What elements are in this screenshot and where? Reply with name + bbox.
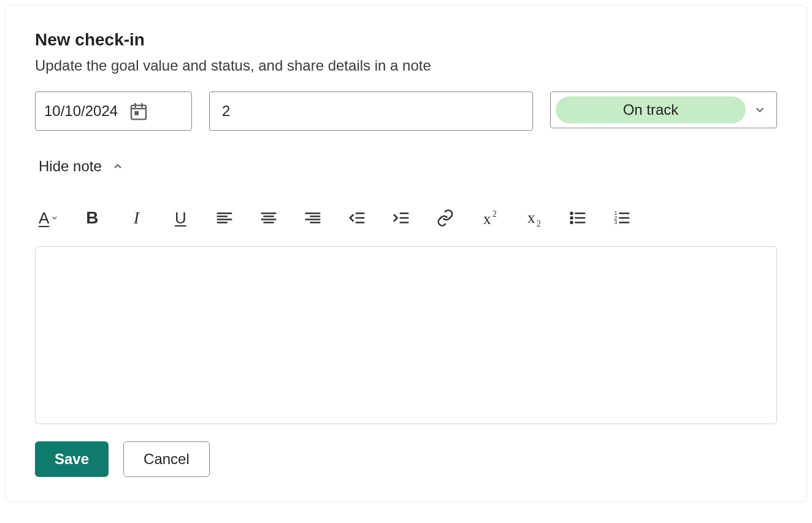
align-center-icon xyxy=(259,209,278,227)
svg-point-26 xyxy=(571,222,573,223)
chevron-down-icon xyxy=(753,103,767,117)
bullet-list-button[interactable] xyxy=(567,207,589,229)
link-icon xyxy=(436,209,454,227)
chevron-down-icon xyxy=(50,214,59,222)
underline-icon: U xyxy=(175,209,186,228)
note-textarea[interactable] xyxy=(35,246,777,424)
align-left-icon xyxy=(215,209,234,227)
svg-point-24 xyxy=(571,212,573,214)
outdent-button[interactable] xyxy=(346,207,368,229)
cancel-button[interactable]: Cancel xyxy=(123,441,210,477)
editor-toolbar: A B I U xyxy=(35,207,777,229)
date-value: 10/10/2024 xyxy=(44,103,118,120)
svg-text:3: 3 xyxy=(615,219,618,225)
link-button[interactable] xyxy=(434,207,456,229)
numbered-list-button[interactable]: 1 2 3 xyxy=(611,207,633,229)
numbered-list-icon: 1 2 3 xyxy=(613,209,631,227)
font-color-icon: A xyxy=(39,209,49,228)
action-buttons: Save Cancel xyxy=(35,441,777,477)
svg-point-25 xyxy=(571,217,573,219)
svg-text:x: x xyxy=(483,211,491,227)
align-left-button[interactable] xyxy=(213,207,236,229)
outdent-icon xyxy=(348,209,366,227)
checkin-card: New check-in Update the goal value and s… xyxy=(5,5,807,502)
card-title: New check-in xyxy=(35,30,777,50)
chevron-up-icon xyxy=(112,160,124,172)
save-button[interactable]: Save xyxy=(35,441,109,477)
date-input[interactable]: 10/10/2024 xyxy=(35,91,192,131)
calendar-icon[interactable] xyxy=(129,101,183,121)
subscript-icon: x 2 xyxy=(524,209,543,227)
bold-button[interactable]: B xyxy=(81,207,103,229)
indent-icon xyxy=(392,209,410,227)
italic-button[interactable]: I xyxy=(125,207,147,229)
status-dropdown[interactable]: On track xyxy=(550,91,777,128)
superscript-button[interactable]: x 2 xyxy=(478,207,500,229)
svg-text:x: x xyxy=(527,209,535,226)
card-subtitle: Update the goal value and status, and sh… xyxy=(35,57,777,74)
indent-button[interactable] xyxy=(390,207,412,229)
value-input[interactable] xyxy=(209,91,533,131)
svg-rect-1 xyxy=(134,111,139,115)
subscript-button[interactable]: x 2 xyxy=(523,207,545,229)
svg-text:2: 2 xyxy=(537,219,541,227)
underline-button[interactable]: U xyxy=(169,207,191,229)
bold-icon: B xyxy=(86,208,98,228)
italic-icon: I xyxy=(134,208,139,228)
input-row: 10/10/2024 On track xyxy=(35,91,777,131)
align-center-button[interactable] xyxy=(258,207,280,229)
hide-note-label: Hide note xyxy=(39,158,102,175)
align-right-button[interactable] xyxy=(302,207,324,229)
superscript-icon: x 2 xyxy=(480,209,499,227)
bullet-list-icon xyxy=(569,209,587,227)
status-pill: On track xyxy=(556,96,746,123)
hide-note-toggle[interactable]: Hide note xyxy=(35,155,128,177)
svg-text:2: 2 xyxy=(492,209,497,219)
font-color-button[interactable]: A xyxy=(39,207,59,229)
align-right-icon xyxy=(304,209,322,227)
